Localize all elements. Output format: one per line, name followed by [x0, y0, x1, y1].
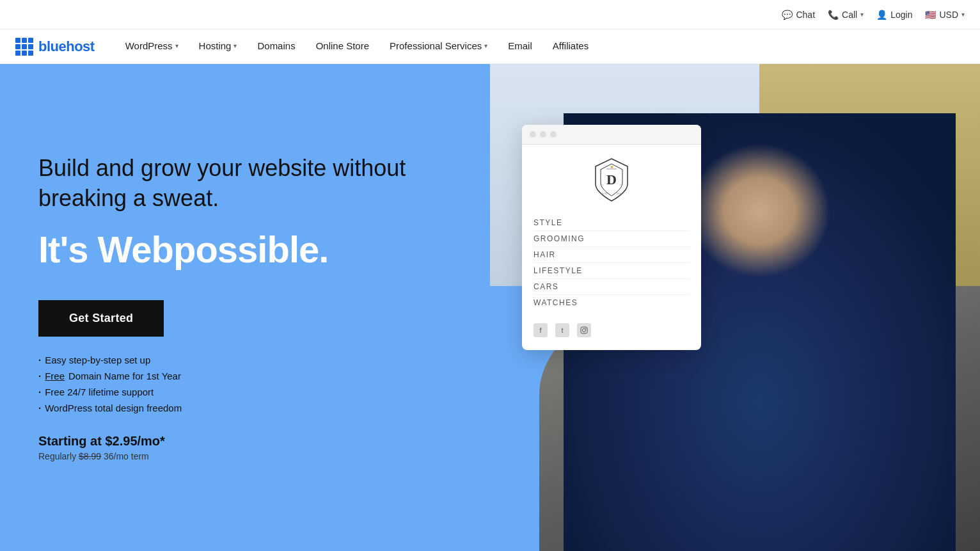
card-nav-style: STYLE [533, 215, 690, 231]
card-nav-lifestyle: LIFESTYLE [533, 263, 690, 279]
card-nav-list: STYLE GROOMING HAIR LIFESTYLE CARS WATCH… [533, 215, 690, 310]
hero-left-content: Build and grow your website without brea… [0, 64, 490, 551]
feature-item-3: · Free 24/7 lifetime support [38, 387, 452, 397]
hero-section: Build and grow your website without brea… [0, 64, 980, 551]
bullet-3: · [38, 387, 41, 397]
top-utility-bar: 💬 Chat 📞 Call ▾ 👤 Login 🇺🇸 USD ▾ [0, 0, 980, 29]
browser-dot-3 [550, 131, 557, 138]
brand-shield-icon: D 👑 ESTD 2016 [592, 157, 631, 202]
nav-professional-services-chevron: ▾ [484, 42, 487, 49]
nav-affiliates-label: Affiliates [553, 40, 589, 51]
logo-grid-icon [15, 38, 33, 56]
feature-2-rest: Domain Name for 1st Year [68, 371, 181, 381]
nav-affiliates[interactable]: Affiliates [542, 29, 599, 64]
login-label: Login [890, 10, 912, 20]
card-nav-hair: HAIR [533, 247, 690, 263]
feature-item-1: · Easy step-by-step set up [38, 355, 452, 365]
hero-right-image: D 👑 ESTD 2016 STYLE GROOMING HAIR LIFEST… [490, 64, 980, 551]
card-nav-cars: CARS [533, 279, 690, 295]
feature-1-text: Easy step-by-step set up [45, 355, 150, 365]
nav-wordpress-label: WordPress [125, 40, 173, 51]
nav-domains-label: Domains [257, 40, 295, 51]
browser-card-titlebar [522, 125, 701, 145]
card-social-icons: f t [533, 323, 690, 337]
nav-online-store[interactable]: Online Store [306, 29, 379, 64]
chat-icon: 💬 [782, 10, 793, 20]
feature-item-4: · WordPress total design freedom [38, 403, 452, 413]
nav-domains[interactable]: Domains [247, 29, 305, 64]
bullet-4: · [38, 403, 41, 413]
phone-icon: 📞 [828, 10, 839, 20]
user-icon: 👤 [876, 10, 887, 20]
pricing-regular-label: Regularly [38, 451, 76, 461]
svg-text:ESTD: ESTD [601, 192, 608, 195]
brand-logo-area: D 👑 ESTD 2016 [533, 157, 690, 202]
card-nav-grooming: GROOMING [533, 231, 690, 247]
nav-professional-services[interactable]: Professional Services ▾ [379, 29, 498, 64]
feature-2-text: Free [45, 371, 65, 381]
nav-email-label: Email [508, 40, 532, 51]
nav-email[interactable]: Email [498, 29, 542, 64]
main-navigation: bluehost WordPress ▾ Hosting ▾ Domains O… [0, 29, 980, 64]
features-list: · Easy step-by-step set up · Free Domain… [38, 355, 452, 413]
bullet-1: · [38, 355, 41, 365]
nav-wordpress-chevron: ▾ [175, 42, 178, 49]
nav-wordpress[interactable]: WordPress ▾ [115, 29, 189, 64]
svg-point-6 [585, 328, 587, 330]
instagram-icon [577, 323, 591, 337]
feature-item-2: · Free Domain Name for 1st Year [38, 371, 452, 381]
currency-chevron: ▾ [961, 11, 965, 18]
browser-card-content: D 👑 ESTD 2016 STYLE GROOMING HAIR LIFEST… [522, 145, 701, 350]
nav-hosting-label: Hosting [199, 40, 232, 51]
browser-dot-2 [540, 131, 546, 138]
feature-3-text: Free 24/7 lifetime support [45, 387, 154, 397]
svg-rect-4 [581, 327, 587, 333]
chat-label: Chat [796, 10, 815, 20]
get-started-button[interactable]: Get Started [38, 300, 164, 337]
hero-slogan: It's Webpossible. [38, 229, 452, 270]
svg-text:D: D [606, 172, 617, 188]
flag-icon: 🇺🇸 [925, 10, 936, 20]
nav-professional-services-label: Professional Services [390, 40, 482, 51]
bullet-2: · [38, 371, 41, 381]
svg-text:👑: 👑 [610, 165, 613, 168]
chat-link[interactable]: 💬 Chat [782, 10, 815, 20]
pricing-was: $8.99 [79, 451, 101, 461]
call-link[interactable]: 📞 Call ▾ [828, 10, 864, 20]
facebook-icon: f [533, 323, 548, 337]
login-link[interactable]: 👤 Login [876, 10, 912, 20]
twitter-icon: t [555, 323, 569, 337]
nav-hosting[interactable]: Hosting ▾ [189, 29, 248, 64]
browser-card: D 👑 ESTD 2016 STYLE GROOMING HAIR LIFEST… [522, 125, 701, 350]
nav-hosting-chevron: ▾ [233, 42, 237, 49]
hero-tagline: Build and grow your website without brea… [38, 154, 452, 214]
call-label: Call [842, 10, 857, 20]
nav-online-store-label: Online Store [316, 40, 369, 51]
call-chevron: ▾ [860, 11, 864, 18]
logo-text: bluehost [38, 38, 95, 55]
svg-text:2016: 2016 [617, 192, 623, 195]
currency-label: USD [939, 10, 958, 20]
logo[interactable]: bluehost [15, 38, 95, 56]
pricing-regular: Regularly $8.99 36/mo term [38, 451, 452, 461]
currency-selector[interactable]: 🇺🇸 USD ▾ [925, 10, 965, 20]
svg-point-5 [583, 329, 586, 332]
pricing-term: 36/mo term [104, 451, 149, 461]
browser-dot-1 [530, 131, 536, 138]
feature-4-text: WordPress total design freedom [45, 403, 182, 413]
card-nav-watches: WATCHES [533, 295, 690, 310]
pricing-main: Starting at $2.95/mo* [38, 434, 452, 449]
